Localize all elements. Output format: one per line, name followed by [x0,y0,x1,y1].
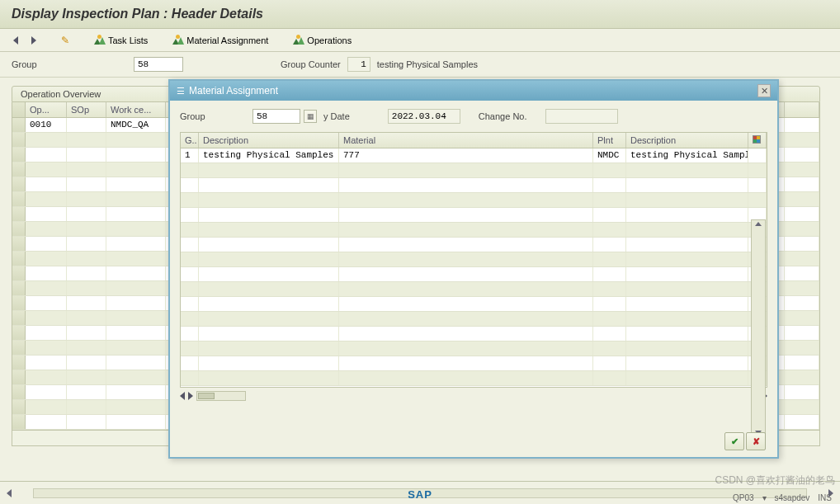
f4-help-icon[interactable]: ▦ [304,110,317,123]
table-row[interactable] [181,193,767,208]
dcol-mat[interactable]: Material [339,133,593,148]
dcol-desc[interactable]: Description [199,133,339,148]
main-toolbar: ✎ Task Lists Material Assignment Operati… [0,29,840,52]
dialog-hscroll[interactable] [180,391,767,401]
dlg-changeno-label: Change No. [479,111,527,121]
table-row[interactable]: 1testing Physical Samples777NMDCtesting … [181,148,767,163]
table-row[interactable] [181,178,767,193]
group-counter-desc: testing Physical Samples [377,59,478,69]
table-row[interactable] [181,312,767,327]
dlg-group-label: Group [180,111,246,121]
task-lists-label: Task Lists [108,35,148,45]
material-assignment-button[interactable]: Material Assignment [168,34,273,47]
operations-label: Operations [307,35,352,45]
page-title: Display Inspection Plan : Header Details [0,0,840,29]
mountain-icon [94,35,106,45]
dcol-layout[interactable] [748,133,767,148]
col-op[interactable]: Op... [26,102,67,117]
status-mode: INS [818,493,832,502]
table-row[interactable] [181,267,767,282]
material-assignment-dialog: ☰ Material Assignment ✕ Group ▦ y Date C… [168,79,779,459]
triangle-right-icon [188,392,193,400]
task-lists-button[interactable]: Task Lists [89,34,153,47]
dlg-group-input[interactable] [252,109,300,124]
group-input[interactable] [134,57,183,72]
dialog-titlebar[interactable]: ☰ Material Assignment ✕ [170,81,777,101]
dlg-keydate-label: y Date [323,111,350,121]
group-label: Group [12,59,127,69]
dialog-filter-row: Group ▦ y Date Change No. [170,101,777,129]
hscroll-track[interactable] [196,391,246,401]
table-row[interactable] [181,252,767,267]
material-assignment-label: Material Assignment [186,35,268,45]
triangle-left-icon [13,36,18,45]
table-row[interactable] [181,208,767,223]
mountain-icon [293,35,304,45]
cancel-button[interactable]: ✘ [746,432,766,450]
table-row[interactable] [181,341,767,356]
dgrid-header: G.. Description Material Plnt Descriptio… [181,133,767,148]
status-system: s4sapdev [775,493,810,502]
prev-button[interactable] [8,35,23,46]
group-counter-input [347,57,370,72]
col-wc[interactable]: Work ce... [106,102,166,117]
table-row[interactable] [181,282,767,297]
dcol-g[interactable]: G.. [181,133,199,148]
dialog-grid: G.. Description Material Plnt Descriptio… [180,132,767,388]
ok-button[interactable]: ✔ [724,432,744,450]
dlg-keydate-input [388,109,460,124]
layout-icon [753,135,761,144]
table-row[interactable] [181,297,767,312]
col-sop[interactable]: SOp [67,102,106,117]
triangle-right-icon [31,36,36,45]
group-counter-label: Group Counter [281,59,341,69]
main-filter-row: Group Group Counter testing Physical Sam… [0,52,840,78]
triangle-left-icon[interactable] [7,489,12,497]
pencil-icon: ✎ [61,35,69,46]
table-row[interactable] [181,238,767,252]
table-row[interactable] [181,223,767,238]
table-row[interactable] [181,327,767,341]
next-button[interactable] [26,35,41,46]
dcol-desc2[interactable]: Description [626,133,748,148]
triangle-left-icon [180,392,185,400]
dcol-plnt[interactable]: Plnt [593,133,626,148]
check-icon: ✔ [731,436,739,447]
dialog-title-icon: ☰ [177,86,185,97]
status-tcode: QP03 [733,493,754,502]
close-icon[interactable]: ✕ [757,84,771,97]
table-row[interactable] [181,371,767,386]
dialog-title-text: Material Assignment [189,85,757,97]
edit-button[interactable]: ✎ [56,33,74,48]
sap-logo: SAP [408,488,432,501]
mountain-icon [172,35,184,45]
operations-button[interactable]: Operations [288,34,356,47]
dlg-changeno-input [545,109,618,124]
cross-icon: ✘ [753,436,760,447]
hscroll-thumb[interactable] [198,393,215,399]
triangle-up-icon [755,222,762,226]
table-row[interactable] [181,356,767,371]
table-row[interactable] [181,163,767,178]
dialog-vscroll[interactable] [751,219,766,437]
